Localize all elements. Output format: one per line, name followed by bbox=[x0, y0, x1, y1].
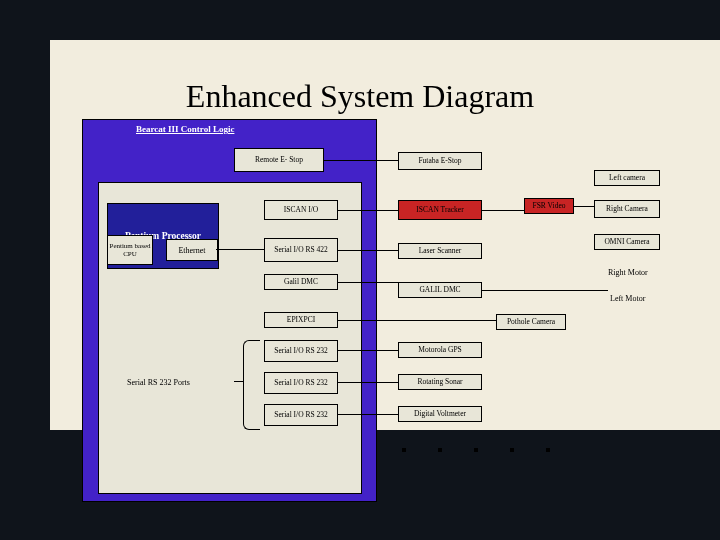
serial-ports-label: Serial RS 232 Ports bbox=[127, 378, 190, 387]
ethernet-box: Ethernet bbox=[166, 239, 218, 261]
serial-rs422: Serial I/O RS 422 bbox=[264, 238, 338, 262]
rotating-sonar: Rotating Sonar bbox=[398, 374, 482, 390]
outer-label: Bearcat III Control Logic bbox=[136, 124, 234, 134]
gps: Motorola GPS bbox=[398, 342, 482, 358]
iscan-tracker: ISCAN Tracker bbox=[398, 200, 482, 220]
ethernet-label: Ethernet bbox=[178, 246, 205, 255]
digital-voltmeter: Digital Voltmeter bbox=[398, 406, 482, 422]
left-motor: Left Motor bbox=[610, 294, 645, 303]
right-camera: Right Camera bbox=[594, 200, 660, 218]
right-motor: Right Motor bbox=[608, 268, 648, 277]
omni-camera: OMNI Camera bbox=[594, 234, 660, 250]
laser-scanner: Laser Scanner bbox=[398, 243, 482, 259]
cpu-box: Pentium based CPU bbox=[107, 235, 153, 265]
epixpci: EPIXPCI bbox=[264, 312, 338, 328]
left-camera: Left camera bbox=[594, 170, 660, 186]
galil-dmc-left: Galil DMC bbox=[264, 274, 338, 290]
futaba-estop: Futaba E-Stop bbox=[398, 152, 482, 170]
serial-1: Serial I/O RS 232 bbox=[264, 340, 338, 362]
iscan-io: ISCAN I/O bbox=[264, 200, 338, 220]
bullets-bottom bbox=[366, 448, 550, 452]
bullets-top bbox=[48, 6, 52, 38]
page-title: Enhanced System Diagram bbox=[0, 78, 720, 115]
pothole-camera: Pothole Camera bbox=[496, 314, 566, 330]
fsr-video: FSR Video bbox=[524, 198, 574, 214]
galil-dmc-right: GALIL DMC bbox=[398, 282, 482, 298]
cpu-label: Pentium based CPU bbox=[108, 242, 152, 258]
bracket bbox=[243, 340, 260, 430]
serial-2: Serial I/O RS 232 bbox=[264, 372, 338, 394]
remote-estop: Remote E- Stop bbox=[234, 148, 324, 172]
serial-3: Serial I/O RS 232 bbox=[264, 404, 338, 426]
